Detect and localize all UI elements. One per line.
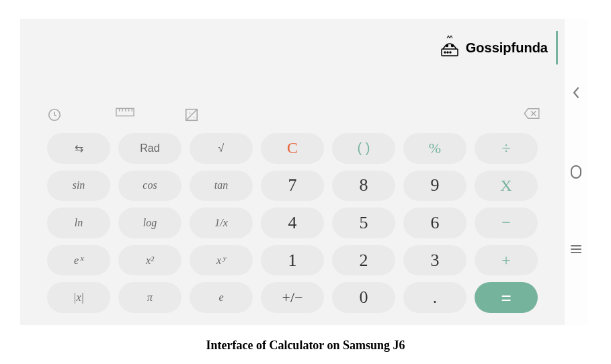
minus-button[interactable]: − xyxy=(475,208,538,238)
tan-button[interactable]: tan xyxy=(190,171,253,201)
robot-icon xyxy=(438,34,462,62)
swap-button[interactable]: ⇆ xyxy=(47,133,110,164)
svg-point-2 xyxy=(447,52,448,53)
back-icon[interactable] xyxy=(571,86,581,103)
android-navbar xyxy=(565,19,587,325)
percent-button[interactable]: % xyxy=(403,133,466,164)
dot-button[interactable]: . xyxy=(403,282,466,313)
square-button[interactable]: x² xyxy=(118,245,181,276)
multiply-button[interactable]: X xyxy=(475,171,538,201)
cos-button[interactable]: cos xyxy=(118,171,181,201)
clear-button[interactable]: C xyxy=(261,133,324,164)
divide-button[interactable]: ÷ xyxy=(475,133,538,164)
svg-rect-19 xyxy=(571,166,581,178)
two-button[interactable]: 2 xyxy=(332,245,395,276)
caption: Interface of Calculator on Samsung J6 xyxy=(0,338,611,353)
watermark: Gossipfunda xyxy=(438,31,558,64)
unit-converter-icon[interactable]: + − xyxy=(184,107,199,122)
inverse-button[interactable]: 1/x xyxy=(190,208,253,238)
keypad: ⇆ Rad √ C ( ) % ÷ sin cos tan 7 8 9 X ln… xyxy=(47,133,538,313)
sign-button[interactable]: +/− xyxy=(261,282,324,313)
power-button[interactable]: xʸ xyxy=(190,245,253,276)
history-icon[interactable] xyxy=(47,107,62,122)
svg-rect-7 xyxy=(116,108,134,116)
calculator-area: Gossipfunda xyxy=(20,19,565,325)
one-button[interactable]: 1 xyxy=(261,245,324,276)
equals-button[interactable]: = xyxy=(475,282,538,313)
plus-button[interactable]: + xyxy=(475,245,538,276)
parentheses-button[interactable]: ( ) xyxy=(332,133,395,164)
six-button[interactable]: 6 xyxy=(403,208,466,238)
calculator-screenshot: Gossipfunda xyxy=(20,19,587,325)
eight-button[interactable]: 8 xyxy=(332,171,395,201)
ln-button[interactable]: ln xyxy=(47,208,110,238)
abs-button[interactable]: |x| xyxy=(47,282,110,313)
rad-button[interactable]: Rad xyxy=(118,133,181,164)
svg-text:−: − xyxy=(193,114,196,120)
three-button[interactable]: 3 xyxy=(403,245,466,276)
seven-button[interactable]: 7 xyxy=(261,171,324,201)
svg-point-1 xyxy=(444,52,446,53)
nine-button[interactable]: 9 xyxy=(403,171,466,201)
toolbar: + − xyxy=(47,106,538,133)
backspace-icon[interactable] xyxy=(523,107,538,122)
svg-text:+: + xyxy=(188,110,191,116)
four-button[interactable]: 4 xyxy=(261,208,324,238)
sin-button[interactable]: sin xyxy=(47,171,110,201)
svg-point-5 xyxy=(451,44,453,46)
log-button[interactable]: log xyxy=(118,208,181,238)
exp-button[interactable]: eˣ xyxy=(47,245,110,276)
e-button[interactable]: e xyxy=(190,282,253,313)
svg-point-3 xyxy=(450,52,451,53)
pi-button[interactable]: π xyxy=(118,282,181,313)
ruler-icon[interactable] xyxy=(116,107,130,122)
home-icon[interactable] xyxy=(569,164,583,183)
sqrt-button[interactable]: √ xyxy=(190,133,253,164)
five-button[interactable]: 5 xyxy=(332,208,395,238)
svg-point-4 xyxy=(446,44,448,46)
cursor-line xyxy=(556,31,558,64)
zero-button[interactable]: 0 xyxy=(332,282,395,313)
watermark-text: Gossipfunda xyxy=(466,40,548,56)
recents-icon[interactable] xyxy=(570,244,582,258)
